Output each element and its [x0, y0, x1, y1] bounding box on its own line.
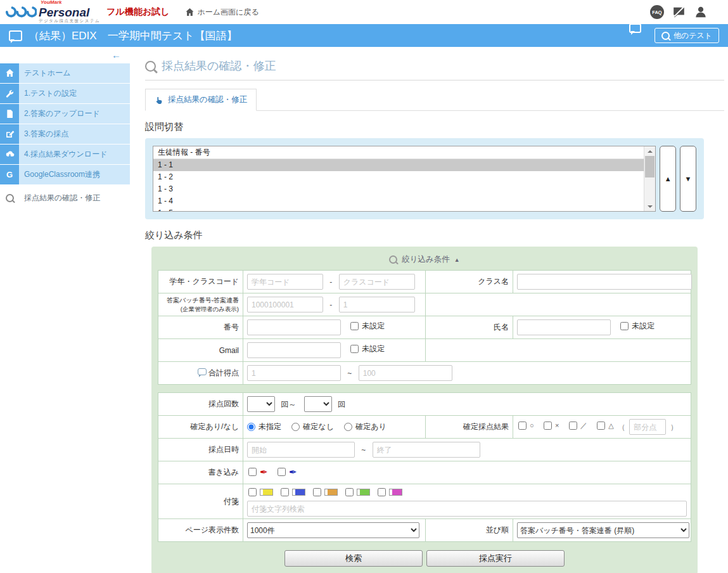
count-from-select[interactable] — [247, 396, 275, 412]
gmail-label: Gmail — [158, 339, 243, 362]
listbox-header: 生徒情報 - 番号 — [153, 146, 644, 159]
datetime-end-input[interactable] — [373, 442, 480, 458]
result-triangle[interactable]: △ — [597, 422, 613, 430]
tag-label: 付箋 — [158, 484, 243, 519]
sidebar-item-answer-grading[interactable]: 3.答案の採点 — [0, 124, 130, 144]
sidebar-item-result-check[interactable]: 採点結果の確認・修正 — [0, 188, 130, 208]
scroll-down-icon[interactable] — [644, 202, 655, 211]
grade-code-input[interactable] — [247, 274, 323, 290]
total-score-cell: ~ — [243, 362, 691, 385]
batch-seq-input[interactable] — [339, 297, 415, 312]
other-test-button[interactable]: 他のテスト — [655, 28, 719, 43]
sidebar-item-result-download[interactable]: 4.採点結果ダウンロード — [0, 145, 130, 164]
scroll-up-icon[interactable] — [644, 146, 655, 156]
filter-heading: 絞り込み条件 — [145, 229, 724, 241]
move-up-button[interactable]: ▲ — [660, 146, 676, 212]
result-cross-checkbox[interactable] — [544, 422, 552, 430]
search-button[interactable]: 検索 — [284, 550, 423, 567]
user-icon[interactable] — [694, 5, 708, 19]
total-max-input[interactable] — [359, 365, 452, 381]
confirm-none-radio[interactable] — [247, 423, 255, 431]
tag-yellow-checkbox[interactable] — [248, 488, 257, 496]
tag-green[interactable] — [345, 488, 370, 496]
count-to-select[interactable] — [304, 396, 332, 412]
tag-magenta[interactable] — [378, 488, 402, 496]
result-triangle-checkbox[interactable] — [597, 422, 605, 430]
tag-search-input[interactable] — [247, 501, 687, 517]
confirm-option-yes[interactable]: 確定あり — [344, 422, 386, 432]
home-link[interactable]: ホーム画面に戻る — [185, 7, 259, 18]
listbox-scrollbar[interactable] — [644, 146, 655, 211]
blue-pen-filter[interactable]: ✒ — [278, 467, 297, 477]
list-item[interactable]: 1 - 5 — [153, 207, 644, 211]
tag-blue[interactable] — [281, 488, 305, 496]
sidebar-item-test-home[interactable]: テストホーム — [0, 63, 130, 83]
sidebar-item-answer-upload[interactable]: 2.答案のアップロード — [0, 104, 130, 124]
list-item[interactable]: 1 - 1 — [153, 159, 644, 171]
gmail-unset[interactable]: 未設定 — [350, 344, 385, 354]
result-cross[interactable]: × — [544, 422, 559, 430]
tag-orange-checkbox[interactable] — [313, 488, 321, 496]
scrollbar-thumb[interactable] — [645, 156, 655, 177]
tag-blue-checkbox[interactable] — [281, 488, 289, 496]
question-listbox[interactable]: 生徒情報 - 番号 1 - 1 1 - 2 1 - 3 1 - 4 1 - 5 — [153, 146, 656, 212]
tag-orange[interactable] — [313, 488, 338, 496]
page-title: 採点結果の確認・修正 — [145, 58, 724, 74]
listbox-rows: 生徒情報 - 番号 1 - 1 1 - 2 1 - 3 1 - 4 1 - 5 — [153, 146, 644, 211]
faq-icon[interactable]: FAQ — [650, 5, 664, 19]
count-unit-to: 回 — [338, 400, 345, 409]
confirm-no-radio[interactable] — [291, 423, 300, 431]
grading-execute-button[interactable]: 採点実行 — [426, 550, 565, 567]
list-item[interactable]: 1 - 3 — [153, 183, 644, 195]
tag-green-checkbox[interactable] — [345, 488, 354, 496]
tag-yellow[interactable] — [248, 488, 273, 496]
datetime-start-input[interactable] — [247, 442, 355, 458]
class-code-input[interactable] — [339, 274, 415, 290]
tag-magenta-checkbox[interactable] — [378, 488, 386, 496]
titlebar-right: 他のテスト — [642, 28, 719, 43]
list-item[interactable]: 1 - 2 — [153, 171, 644, 183]
move-down-button[interactable]: ▼ — [680, 146, 696, 212]
sort-select[interactable]: 答案バッチ番号・答案連番 (昇順) — [517, 522, 689, 538]
sidebar-collapse-button[interactable]: ← — [0, 47, 130, 63]
tag-orange-icon — [324, 489, 338, 496]
tab-result-check[interactable]: 採点結果の確認・修正 — [145, 89, 257, 111]
gmail-unset-checkbox[interactable] — [350, 345, 359, 353]
filter-panel-title: 絞り込み条件 — [402, 254, 450, 265]
result-circle[interactable]: ○ — [518, 422, 534, 430]
home-icon — [185, 8, 195, 17]
app-logo[interactable]: YouMark Personal デジタル採点支援システム — [4, 1, 100, 23]
list-item[interactable]: 1 - 4 — [153, 195, 644, 207]
google-letter: G — [6, 170, 13, 179]
trial-label: フル機能お試し — [106, 6, 169, 18]
result-slash-checkbox[interactable] — [569, 422, 577, 430]
partial-score-input[interactable] — [629, 419, 666, 435]
sidebar-item-test-settings[interactable]: 1.テストの設定 — [0, 84, 130, 103]
red-pen-checkbox[interactable] — [248, 468, 257, 476]
blue-pen-checkbox[interactable] — [278, 468, 286, 476]
class-name-input[interactable] — [517, 274, 692, 290]
name-input[interactable] — [517, 319, 611, 335]
total-min-input[interactable] — [247, 365, 341, 381]
page-size-select[interactable]: 1000件 — [247, 522, 419, 538]
number-input[interactable] — [247, 319, 341, 335]
gmail-input[interactable] — [247, 342, 341, 358]
confirm-option-none[interactable]: 未指定 — [247, 422, 281, 432]
sidebar-item-google-classroom[interactable]: G GoogleClassroom連携 — [0, 165, 130, 184]
red-pen-filter[interactable]: ✒ — [248, 467, 268, 477]
batch-number-input[interactable] — [247, 297, 323, 312]
number-unset[interactable]: 未設定 — [350, 321, 385, 332]
name-unset-checkbox[interactable] — [620, 322, 629, 330]
question-switch-panel: 生徒情報 - 番号 1 - 1 1 - 2 1 - 3 1 - 4 1 - 5 … — [145, 138, 704, 219]
name-unset[interactable]: 未設定 — [620, 321, 655, 332]
filter-panel-header[interactable]: 絞り込み条件 ▲ — [158, 252, 691, 270]
result-circle-checkbox[interactable] — [518, 422, 527, 430]
page-title-text: 採点結果の確認・修正 — [162, 58, 276, 74]
result-slash[interactable]: ／ — [569, 421, 587, 430]
confirm-option-no[interactable]: 確定なし — [291, 422, 334, 432]
filter-table-bottom: 採点回数 回～ 回 確定あり/なし 未指定 — [158, 392, 691, 542]
chat-mute-icon[interactable] — [672, 6, 686, 19]
number-unset-checkbox[interactable] — [350, 322, 359, 330]
confirm-yes-radio[interactable] — [344, 423, 352, 431]
writing-label: 書き込み — [158, 461, 243, 484]
